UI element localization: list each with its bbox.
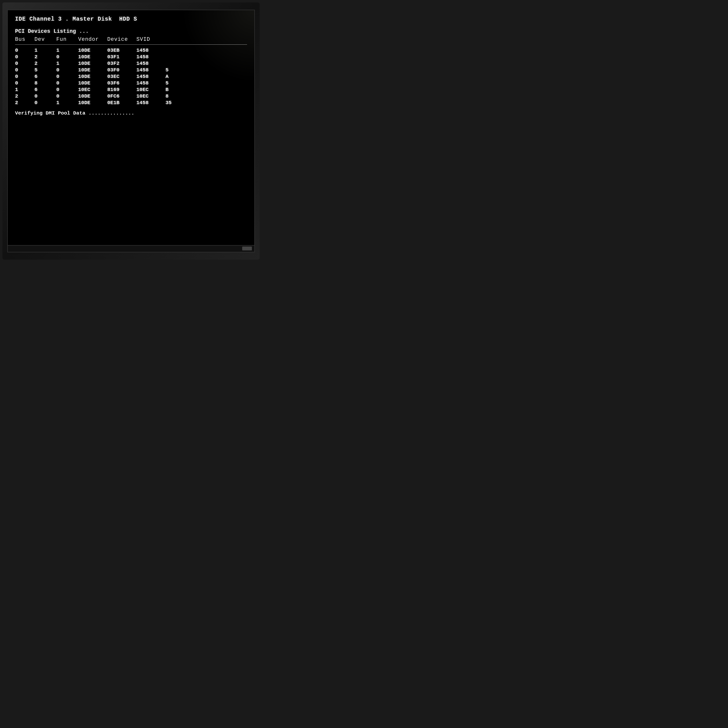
cell-svid: 1458 bbox=[136, 47, 165, 53]
cell-fun: 1 bbox=[56, 47, 78, 53]
screen-content: IDE Channel 3 . Master Disk HDD S PCI De… bbox=[8, 10, 254, 252]
cell-extra: 35 bbox=[165, 100, 185, 106]
cell-dev: 0 bbox=[34, 93, 56, 99]
cell-extra: 5 bbox=[165, 80, 185, 86]
table-row: 06010DE03EC1458A bbox=[15, 74, 247, 80]
table-row: 02010DE03F11458 bbox=[15, 54, 247, 60]
cell-bus: 0 bbox=[15, 74, 34, 80]
cell-device: 03F2 bbox=[107, 61, 136, 66]
cell-extra: 8 bbox=[165, 93, 185, 99]
cell-extra bbox=[165, 47, 185, 53]
cell-dev: 6 bbox=[34, 74, 56, 80]
cell-bus: 0 bbox=[15, 67, 34, 73]
cell-device: 03F0 bbox=[107, 67, 136, 73]
cell-extra: 5 bbox=[165, 67, 185, 73]
cell-svid: 10EC bbox=[136, 87, 165, 92]
cell-dev: 2 bbox=[34, 54, 56, 60]
cell-svid: 1458 bbox=[136, 74, 165, 80]
col-header-bus: Bus bbox=[15, 37, 34, 43]
cell-dev: 1 bbox=[34, 47, 56, 53]
cell-bus: 2 bbox=[15, 100, 34, 106]
cell-fun: 0 bbox=[56, 74, 78, 80]
cell-dev: 8 bbox=[34, 80, 56, 86]
cell-bus: 0 bbox=[15, 80, 34, 86]
cell-device: 03EC bbox=[107, 74, 136, 80]
cell-fun: 1 bbox=[56, 100, 78, 106]
cell-device: 03F1 bbox=[107, 54, 136, 60]
cell-device: 0FC6 bbox=[107, 93, 136, 99]
cell-bus: 0 bbox=[15, 54, 34, 60]
cell-vendor: 10DE bbox=[78, 61, 107, 66]
cell-extra: A bbox=[165, 74, 185, 80]
cell-extra: B bbox=[165, 87, 185, 92]
cell-svid: 1458 bbox=[136, 100, 165, 106]
dmi-footer: Verifying DMI Pool Data ............... bbox=[15, 110, 247, 116]
table-row: 02110DE03F21458 bbox=[15, 61, 247, 66]
monitor-bezel: IDE Channel 3 . Master Disk HDD S PCI De… bbox=[2, 2, 260, 260]
cell-fun: 0 bbox=[56, 80, 78, 86]
cell-vendor: 10DE bbox=[78, 67, 107, 73]
cell-svid: 1458 bbox=[136, 80, 165, 86]
cell-fun: 0 bbox=[56, 87, 78, 92]
cell-extra bbox=[165, 54, 185, 60]
cell-bus: 1 bbox=[15, 87, 34, 92]
cell-dev: 2 bbox=[34, 61, 56, 66]
table-row: 05010DE03F014585 bbox=[15, 67, 247, 73]
table-row: 08010DE03F614585 bbox=[15, 80, 247, 86]
cell-vendor: 10DE bbox=[78, 100, 107, 106]
cell-device: 0E1B bbox=[107, 100, 136, 106]
cell-fun: 0 bbox=[56, 54, 78, 60]
bottom-bar bbox=[8, 245, 254, 252]
col-header-svid: SVID bbox=[136, 37, 165, 43]
pci-table: 01110DE03EB145802010DE03F1145802110DE03F… bbox=[15, 47, 247, 106]
cell-device: 8169 bbox=[107, 87, 136, 92]
col-header-fun: Fun bbox=[56, 37, 78, 43]
cell-vendor: 10DE bbox=[78, 47, 107, 53]
cell-dev: 5 bbox=[34, 67, 56, 73]
header-title: IDE Channel 3 . Master Disk HDD S bbox=[15, 15, 247, 23]
cell-fun: 0 bbox=[56, 67, 78, 73]
table-row: 20110DE0E1B145835 bbox=[15, 100, 247, 106]
cell-fun: 1 bbox=[56, 61, 78, 66]
cell-svid: 1458 bbox=[136, 67, 165, 73]
cell-bus: 0 bbox=[15, 47, 34, 53]
table-row: 01110DE03EB1458 bbox=[15, 47, 247, 53]
cell-svid: 1458 bbox=[136, 61, 165, 66]
col-header-device: Device bbox=[107, 37, 136, 43]
cell-dev: 6 bbox=[34, 87, 56, 92]
col-header-dev: Dev bbox=[34, 37, 56, 43]
cell-svid: 1458 bbox=[136, 54, 165, 60]
cell-vendor: 10DE bbox=[78, 54, 107, 60]
bottom-bar-indicator bbox=[242, 246, 252, 251]
table-row: 16010EC816910ECB bbox=[15, 87, 247, 92]
cell-extra bbox=[165, 61, 185, 66]
cell-device: 03EB bbox=[107, 47, 136, 53]
cell-vendor: 10DE bbox=[78, 74, 107, 80]
cell-bus: 2 bbox=[15, 93, 34, 99]
cell-svid: 10EC bbox=[136, 93, 165, 99]
pci-section-title: PCI Devices Listing ... bbox=[15, 28, 247, 35]
cell-fun: 0 bbox=[56, 93, 78, 99]
cell-vendor: 10DE bbox=[78, 93, 107, 99]
col-header-vendor: Vendor bbox=[78, 37, 107, 43]
cell-dev: 0 bbox=[34, 100, 56, 106]
cell-vendor: 10EC bbox=[78, 87, 107, 92]
screen: IDE Channel 3 . Master Disk HDD S PCI De… bbox=[7, 10, 255, 252]
column-headers: Bus Dev Fun Vendor Device SVID bbox=[15, 37, 247, 43]
table-row: 20010DE0FC610EC8 bbox=[15, 93, 247, 99]
cell-vendor: 10DE bbox=[78, 80, 107, 86]
cell-device: 03F6 bbox=[107, 80, 136, 86]
cell-bus: 0 bbox=[15, 61, 34, 66]
